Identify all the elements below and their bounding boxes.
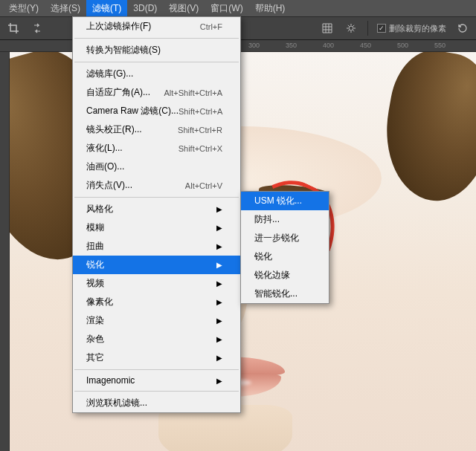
menu-item-label: Camera Raw 滤镜(C)... <box>86 105 178 117</box>
menu-item-label: 自适应广角(A)... <box>86 86 150 99</box>
filter-menu-item[interactable]: 液化(L)...Shift+Ctrl+X <box>73 139 240 158</box>
filter-menu-item[interactable]: Imagenomic▶ <box>73 372 240 389</box>
menu-select[interactable]: 选择(S) <box>45 0 86 17</box>
menu-item-label: 智能锐化... <box>254 288 298 300</box>
menu-item-label: 镜头校正(R)... <box>86 123 142 136</box>
sharpen-menu-item[interactable]: 锐化 <box>241 247 329 266</box>
menu-type[interactable]: 类型(Y) <box>3 0 45 17</box>
menu-item-label: 油画(O)... <box>86 160 124 173</box>
menu-filter[interactable]: 滤镜(T) <box>86 0 127 17</box>
menu-view[interactable]: 视图(V) <box>163 0 205 17</box>
submenu-arrow-icon: ▶ <box>216 377 222 385</box>
filter-menu-item[interactable]: 自适应广角(A)...Alt+Shift+Ctrl+A <box>73 83 240 102</box>
filter-menu-dropdown: 上次滤镜操作(F)Ctrl+F转换为智能滤镜(S)滤镜库(G)...自适应广角(… <box>72 16 241 413</box>
menu-help[interactable]: 帮助(H) <box>249 0 292 17</box>
menu-window[interactable]: 窗口(W) <box>205 0 248 17</box>
filter-menu-item[interactable]: 像素化▶ <box>73 293 240 311</box>
svg-point-0 <box>349 26 353 30</box>
menu-separator <box>74 391 239 392</box>
submenu-arrow-icon: ▶ <box>216 242 222 250</box>
filter-menu-item[interactable]: 浏览联机滤镜... <box>73 394 240 412</box>
filter-menu-item[interactable]: 油画(O)... <box>73 158 240 176</box>
reset-icon[interactable] <box>455 21 470 36</box>
menu-item-label: 扭曲 <box>86 240 104 253</box>
filter-menu-item[interactable]: 滤镜库(G)... <box>73 65 240 83</box>
menu-separator <box>74 38 239 39</box>
sharpen-menu-item[interactable]: 智能锐化... <box>241 285 329 303</box>
submenu-arrow-icon: ▶ <box>216 298 222 306</box>
delete-cropped-label: 删除裁剪的像素 <box>389 23 446 34</box>
sharpen-menu-item[interactable]: USM 锐化... <box>241 192 329 210</box>
menu-item-label: 转换为智能滤镜(S) <box>86 44 161 56</box>
checkbox-icon: ✓ <box>377 24 386 33</box>
submenu-arrow-icon: ▶ <box>216 335 222 343</box>
menu-item-label: 防抖... <box>254 213 280 226</box>
menu-item-label: USM 锐化... <box>254 195 302 207</box>
menu-item-label: 锐化边缘 <box>254 269 290 282</box>
filter-menu-item[interactable]: 风格化▶ <box>73 200 240 218</box>
filter-menu-item[interactable]: 其它▶ <box>73 348 240 367</box>
filter-menu-item[interactable]: 镜头校正(R)...Shift+Ctrl+R <box>73 120 240 139</box>
menubar: 类型(Y) 选择(S) 滤镜(T) 3D(D) 视图(V) 窗口(W) 帮助(H… <box>0 0 476 16</box>
menu-item-shortcut: Shift+Ctrl+R <box>178 126 222 134</box>
filter-menu-item[interactable]: Camera Raw 滤镜(C)...Shift+Ctrl+A <box>73 102 240 120</box>
ruler-tick: 400 <box>323 42 334 49</box>
sharpen-menu-item[interactable]: 防抖... <box>241 210 329 229</box>
menu-item-label: 视频 <box>86 277 104 290</box>
sharpen-menu-item[interactable]: 锐化边缘 <box>241 266 329 285</box>
menu-item-label: 杂色 <box>86 333 104 345</box>
menu-item-shortcut: Alt+Shift+Ctrl+A <box>164 88 222 97</box>
menu-item-label: 锐化 <box>86 259 104 271</box>
filter-menu-item[interactable]: 渲染▶ <box>73 311 240 330</box>
filter-menu-item[interactable]: 扭曲▶ <box>73 237 240 256</box>
ruler-vertical <box>0 52 10 451</box>
toolbar-divider <box>367 21 368 36</box>
submenu-arrow-icon: ▶ <box>216 205 222 213</box>
submenu-arrow-icon: ▶ <box>216 224 222 232</box>
menu-item-label: 风格化 <box>86 203 113 215</box>
submenu-arrow-icon: ▶ <box>216 261 222 269</box>
filter-menu-item[interactable]: 转换为智能滤镜(S) <box>73 41 240 59</box>
menu-separator <box>74 197 239 198</box>
ruler-tick: 500 <box>397 42 408 49</box>
ruler-tick: 450 <box>360 42 371 49</box>
menu-item-label: 浏览联机滤镜... <box>86 397 147 409</box>
sharpen-menu-item[interactable]: 进一步锐化 <box>241 229 329 247</box>
menu-item-label: 滤镜库(G)... <box>86 68 133 80</box>
menu-item-label: 液化(L)... <box>86 142 123 155</box>
menu-item-label: 进一步锐化 <box>254 232 299 244</box>
filter-menu-item[interactable]: 视频▶ <box>73 274 240 293</box>
menu-item-shortcut: Shift+Ctrl+A <box>178 107 222 116</box>
ruler-tick: 550 <box>434 42 446 49</box>
menu-item-shortcut: Ctrl+F <box>200 22 222 31</box>
submenu-arrow-icon: ▶ <box>216 354 222 362</box>
filter-menu-item[interactable]: 上次滤镜操作(F)Ctrl+F <box>73 17 240 36</box>
filter-menu-item[interactable]: 模糊▶ <box>73 218 240 237</box>
filter-menu-item[interactable]: 锐化▶ <box>73 256 240 274</box>
swap-icon[interactable] <box>30 21 45 36</box>
delete-cropped-checkbox[interactable]: ✓ 删除裁剪的像素 <box>377 23 446 34</box>
filter-menu-item[interactable]: 消失点(V)...Alt+Ctrl+V <box>73 176 240 195</box>
submenu-arrow-icon: ▶ <box>216 279 222 288</box>
sharpen-submenu: USM 锐化...防抖...进一步锐化锐化锐化边缘智能锐化... <box>240 191 329 304</box>
menu-item-shortcut: Shift+Ctrl+X <box>178 144 222 153</box>
menu-item-label: 其它 <box>86 351 104 364</box>
crop-tool-icon[interactable] <box>6 21 21 36</box>
menu-item-label: 模糊 <box>86 221 104 234</box>
filter-menu-item[interactable]: 杂色▶ <box>73 330 240 348</box>
grid-icon[interactable] <box>320 21 335 36</box>
ruler-tick: 350 <box>286 42 297 49</box>
ruler-tick: 300 <box>248 42 260 49</box>
menu-item-label: Imagenomic <box>86 375 135 386</box>
menu-separator <box>74 62 239 62</box>
menu-item-shortcut: Alt+Ctrl+V <box>185 181 222 190</box>
gear-icon[interactable] <box>344 21 358 36</box>
menu-item-label: 像素化 <box>86 296 113 308</box>
menu-item-label: 消失点(V)... <box>86 179 132 192</box>
menu-item-label: 渲染 <box>86 314 104 327</box>
menu-item-label: 锐化 <box>254 250 272 263</box>
submenu-arrow-icon: ▶ <box>216 317 222 325</box>
menu-3d[interactable]: 3D(D) <box>127 1 163 16</box>
menu-item-label: 上次滤镜操作(F) <box>86 20 151 33</box>
menu-separator <box>74 369 239 370</box>
